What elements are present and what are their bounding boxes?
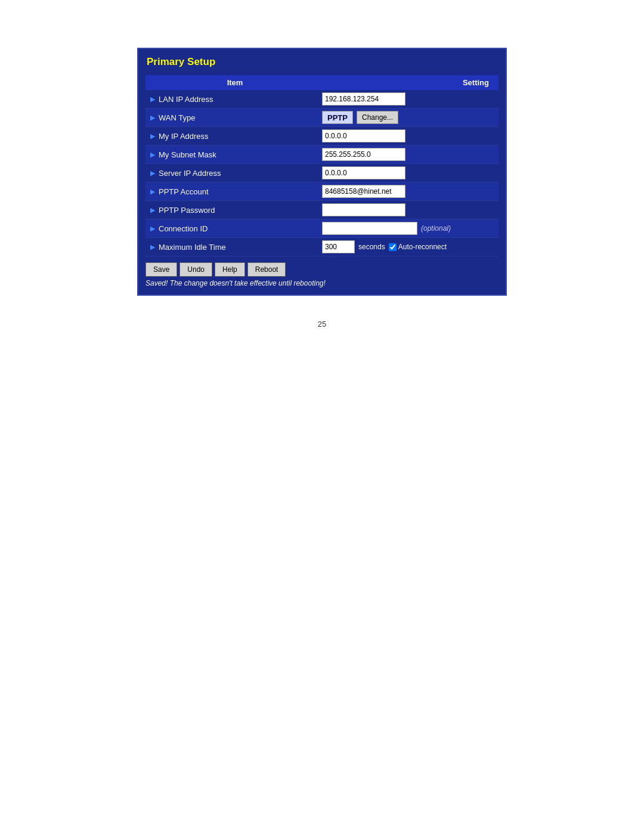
lan-ip-setting (322, 92, 494, 106)
pptp-password-label: ▶ PPTP Password (150, 206, 322, 215)
table-row: ▶ My IP Address (145, 127, 499, 145)
table-row: ▶ Server IP Address (145, 164, 499, 182)
table-row: ▶ LAN IP Address (145, 90, 499, 109)
change-button[interactable]: Change... (357, 111, 398, 124)
arrow-icon: ▶ (150, 114, 155, 122)
table-row: ▶ Maximum Idle Time seconds Auto-reconne… (145, 238, 499, 256)
reboot-button[interactable]: Reboot (247, 262, 286, 277)
my-ip-setting (322, 129, 494, 143)
arrow-icon: ▶ (150, 188, 155, 196)
arrow-icon: ▶ (150, 132, 155, 140)
server-ip-input[interactable] (322, 166, 405, 179)
lan-ip-input[interactable] (322, 92, 405, 106)
arrow-icon: ▶ (150, 243, 155, 251)
max-idle-input[interactable] (322, 240, 355, 253)
header-setting: Setting (320, 78, 494, 87)
primary-setup-panel: Primary Setup Item Setting ▶ LAN IP Addr… (137, 48, 507, 296)
settings-table: Item Setting ▶ LAN IP Address ▶ WAN Type (145, 75, 499, 256)
pptp-account-input[interactable] (322, 185, 405, 198)
connection-id-input[interactable] (322, 222, 417, 235)
arrow-icon: ▶ (150, 95, 155, 103)
wan-type-value: PPTP (322, 111, 353, 124)
server-ip-label: ▶ Server IP Address (150, 169, 322, 178)
my-ip-label: ▶ My IP Address (150, 132, 322, 141)
server-ip-setting (322, 166, 494, 179)
save-button[interactable]: Save (145, 262, 177, 277)
table-row: ▶ My Subnet Mask (145, 145, 499, 164)
undo-button[interactable]: Undo (179, 262, 212, 277)
subnet-mask-input[interactable] (322, 148, 405, 161)
subnet-mask-setting (322, 148, 494, 161)
auto-reconnect-checkbox[interactable] (389, 243, 397, 251)
subnet-mask-label: ▶ My Subnet Mask (150, 150, 322, 159)
button-row: Save Undo Help Reboot (145, 262, 499, 277)
help-button[interactable]: Help (215, 262, 245, 277)
table-row: ▶ Connection ID (optional) (145, 219, 499, 238)
pptp-password-setting (322, 203, 494, 216)
connection-id-label: ▶ Connection ID (150, 224, 322, 233)
seconds-label: seconds (358, 243, 385, 251)
arrow-icon: ▶ (150, 151, 155, 159)
max-idle-label: ▶ Maximum Idle Time (150, 243, 322, 252)
page-number: 25 (318, 320, 326, 329)
arrow-icon: ▶ (150, 169, 155, 177)
connection-id-setting: (optional) (322, 222, 494, 235)
pptp-account-label: ▶ PPTP Account (150, 187, 322, 196)
max-idle-setting: seconds Auto-reconnect (322, 240, 494, 253)
arrow-icon: ▶ (150, 225, 155, 233)
table-row: ▶ WAN Type PPTP Change... (145, 109, 499, 127)
table-row: ▶ PPTP Account (145, 182, 499, 201)
auto-reconnect-label[interactable]: Auto-reconnect (389, 243, 447, 251)
status-message: Saved! The change doesn't take effective… (145, 279, 499, 287)
wan-type-label: ▶ WAN Type (150, 113, 322, 122)
my-ip-input[interactable] (322, 129, 405, 143)
pptp-password-input[interactable] (322, 203, 405, 216)
header-item: Item (150, 78, 320, 87)
wan-type-setting: PPTP Change... (322, 111, 494, 124)
arrow-icon: ▶ (150, 206, 155, 214)
pptp-account-setting (322, 185, 494, 198)
table-header: Item Setting (145, 75, 499, 90)
lan-ip-label: ▶ LAN IP Address (150, 95, 322, 104)
optional-text: (optional) (421, 224, 451, 233)
panel-title: Primary Setup (145, 56, 499, 68)
table-row: ▶ PPTP Password (145, 201, 499, 219)
